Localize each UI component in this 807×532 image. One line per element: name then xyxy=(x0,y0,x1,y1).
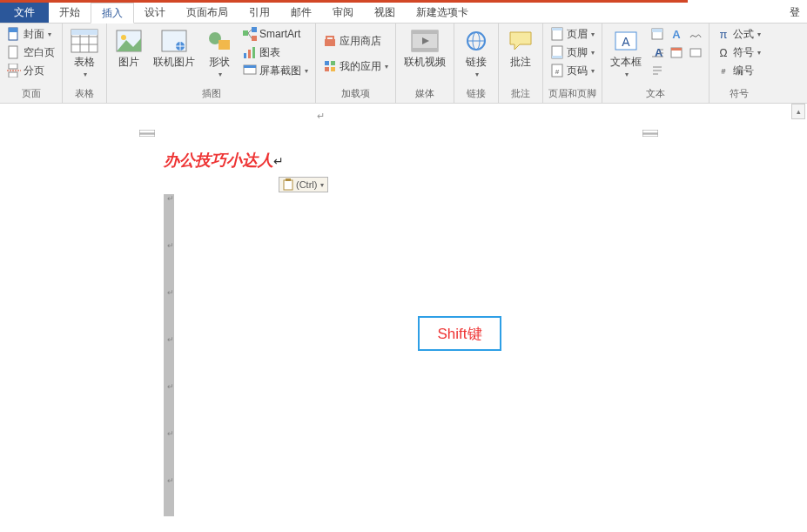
shapes-label: 形状 xyxy=(209,56,230,68)
object-button[interactable] xyxy=(687,44,704,61)
table-button[interactable]: 表格▾ xyxy=(67,25,102,80)
link-button[interactable]: 链接▾ xyxy=(459,25,494,80)
online-video-label: 联机视频 xyxy=(404,57,446,68)
number-button[interactable]: # 编号 xyxy=(714,62,763,79)
store-label: 应用商店 xyxy=(340,34,381,49)
store-icon xyxy=(323,34,337,48)
my-apps-button[interactable]: 我的应用▾ xyxy=(320,57,391,75)
group-comments: 批注 批注 xyxy=(499,24,543,103)
svg-rect-64 xyxy=(139,134,155,137)
paragraph-mark-icon: ↵ xyxy=(317,111,325,122)
group-illustrations: 图片 联机图片 形状▾ SmartArt 图表 xyxy=(107,24,316,103)
chevron-down-icon: ▾ xyxy=(320,181,324,189)
online-video-button[interactable]: 联机视频 xyxy=(400,25,449,68)
login-link[interactable]: 登 xyxy=(783,3,807,23)
group-media-label: 媒体 xyxy=(400,85,449,103)
smartart-icon xyxy=(243,27,257,41)
text-misc-button[interactable] xyxy=(649,62,666,79)
symbol-icon: Ω xyxy=(716,45,730,59)
online-picture-icon xyxy=(160,27,188,55)
blank-page-label: 空白页 xyxy=(24,45,55,60)
clipboard-icon xyxy=(283,178,293,191)
store-button[interactable]: 应用商店 xyxy=(320,32,391,50)
paragraph-mark-icon: ↵ xyxy=(167,476,174,485)
header-button[interactable]: 页眉▾ xyxy=(548,25,597,43)
quick-parts-button[interactable] xyxy=(649,25,666,43)
signature-button[interactable] xyxy=(687,25,704,43)
page[interactable]: ↵ 办公技巧小达人↵ (Ctrl) ▾ ↵ ↵ ↵ ↵ ↵ ↵ ↵ Shift键 xyxy=(70,111,731,520)
group-illustrations-label: 插图 xyxy=(111,85,311,103)
equation-button[interactable]: π 公式▾ xyxy=(714,25,763,43)
paragraph-mark-icon: ↵ xyxy=(167,335,174,344)
screenshot-button[interactable]: 屏幕截图▾ xyxy=(240,62,311,79)
my-apps-icon xyxy=(323,59,337,73)
cover-page-button[interactable]: 封面▾ xyxy=(4,25,57,43)
page-break-button[interactable]: 分页 xyxy=(4,62,57,79)
online-picture-button[interactable]: 联机图片 xyxy=(150,25,198,68)
tab-newtab[interactable]: 新建选项卡 xyxy=(406,3,479,23)
textbox-label: 文本框 xyxy=(610,56,642,68)
chevron-down-icon: ▾ xyxy=(625,71,629,78)
shapes-button[interactable]: 形状▾ xyxy=(202,25,237,80)
svg-line-21 xyxy=(248,30,252,33)
cover-page-label: 封面 xyxy=(24,27,44,42)
blank-page-button[interactable]: 空白页 xyxy=(4,44,57,61)
svg-rect-48 xyxy=(652,29,662,32)
picture-button[interactable]: 图片 xyxy=(111,25,146,68)
page-number-label: 页码 xyxy=(567,64,588,78)
chevron-down-icon: ▾ xyxy=(757,49,761,57)
svg-rect-24 xyxy=(248,50,251,58)
tab-mail[interactable]: 邮件 xyxy=(280,3,322,23)
textbox-button[interactable]: A 文本框▾ xyxy=(607,25,645,80)
tab-layout[interactable]: 页面布局 xyxy=(176,3,239,23)
paste-options-label: (Ctrl) xyxy=(296,179,317,190)
margin-marker-right-icon xyxy=(642,130,658,137)
svg-text:#: # xyxy=(721,67,725,76)
svg-rect-31 xyxy=(331,67,335,71)
dropcap-button[interactable]: A xyxy=(649,44,666,61)
page-number-button[interactable]: # 页码▾ xyxy=(548,62,597,79)
group-links: 链接▾ 链接 xyxy=(454,24,499,103)
header-label: 页眉 xyxy=(567,27,588,42)
svg-rect-55 xyxy=(671,48,682,51)
document-title-text[interactable]: 办公技巧小达人↵ xyxy=(164,150,284,171)
paragraph-mark-icon: ↵ xyxy=(167,194,174,203)
smartart-button[interactable]: SmartArt xyxy=(240,25,311,43)
tab-home[interactable]: 开始 xyxy=(49,3,91,23)
group-text: A 文本框▾ A A 文本 xyxy=(602,24,709,103)
scroll-up-button[interactable]: ▴ xyxy=(791,104,805,119)
tab-review[interactable]: 审阅 xyxy=(322,3,364,23)
chart-button[interactable]: 图表 xyxy=(240,44,311,61)
paragraph-mark-icon: ↵ xyxy=(167,288,174,297)
paste-options-button[interactable]: (Ctrl) ▾ xyxy=(279,177,328,192)
textbox-icon: A xyxy=(612,27,640,55)
date-time-button[interactable] xyxy=(668,44,685,61)
margin-marker-left-icon xyxy=(139,130,155,137)
svg-rect-3 xyxy=(9,64,17,69)
tab-design[interactable]: 设计 xyxy=(134,3,176,23)
screenshot-label: 屏幕截图 xyxy=(259,64,301,78)
chevron-down-icon: ▾ xyxy=(305,67,308,75)
table-icon xyxy=(71,27,98,55)
wordart-button[interactable]: A xyxy=(668,25,685,43)
chevron-down-icon: ▾ xyxy=(84,71,87,78)
tab-file[interactable]: 文件 xyxy=(0,3,49,23)
chevron-down-icon: ▾ xyxy=(48,30,51,38)
svg-rect-19 xyxy=(252,27,257,32)
group-comments-label: 批注 xyxy=(503,85,538,103)
tab-insert[interactable]: 插入 xyxy=(91,3,134,24)
svg-rect-63 xyxy=(139,130,155,133)
symbol-label: 符号 xyxy=(733,45,754,60)
chevron-down-icon: ▾ xyxy=(591,49,595,57)
comment-button[interactable]: 批注 xyxy=(503,25,538,68)
paragraph-mark-icon: ↵ xyxy=(273,155,284,168)
tab-view[interactable]: 视图 xyxy=(364,3,406,23)
symbol-button[interactable]: Ω 符号▾ xyxy=(714,44,763,61)
link-icon xyxy=(462,27,490,55)
document-area[interactable]: ▴ ↵ 办公技巧小达人↵ (Ctrl) ▾ ↵ ↵ ↵ ↵ ↵ ↵ ↵ Shif… xyxy=(0,104,807,532)
tab-references[interactable]: 引用 xyxy=(239,3,280,23)
footer-button[interactable]: 页脚▾ xyxy=(548,44,597,61)
page-break-label: 分页 xyxy=(24,64,44,78)
group-pages-label: 页面 xyxy=(4,85,57,103)
svg-rect-25 xyxy=(252,47,255,58)
